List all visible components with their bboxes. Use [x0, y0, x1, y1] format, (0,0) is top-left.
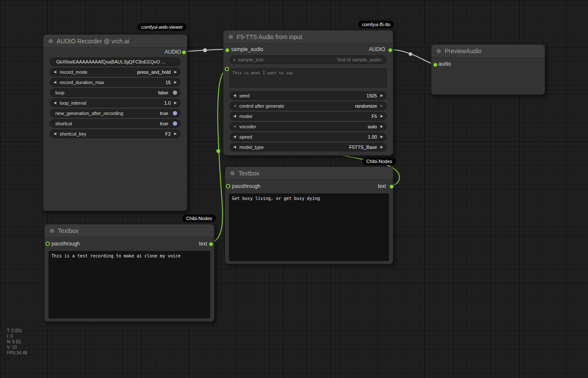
node-status-icon: [230, 171, 235, 175]
node-status-icon: [50, 229, 54, 233]
widget-value: Text of sample_audio: [337, 57, 381, 62]
widget-model-type[interactable]: ◀ model_type F5TTS_Base ▶: [229, 143, 387, 151]
increment-arrow-icon[interactable]: ▶: [380, 112, 384, 121]
input-label-sample-audio: sample_audio: [231, 46, 263, 52]
widget-record-mode[interactable]: ◀ record_mode press_and_hold ▶: [50, 68, 181, 76]
node-pack-badge: Chibi-Nodes: [362, 157, 396, 165]
node-textbox-mid[interactable]: Textbox passthrough text Get busy living…: [225, 166, 393, 264]
audio-output-socket[interactable]: [388, 48, 392, 52]
widget-value: 1925: [367, 93, 377, 98]
node-title-text: Textbox: [238, 170, 259, 177]
node-header[interactable]: Textbox: [45, 224, 214, 237]
increment-arrow-icon[interactable]: ▶: [173, 78, 178, 87]
increment-arrow-icon[interactable]: ▶: [173, 99, 178, 107]
output-label-text: text: [378, 183, 386, 189]
node-status-icon: [229, 35, 233, 39]
output-label-audio: AUDIO: [369, 46, 385, 52]
node-textbox-bottom[interactable]: Textbox passthrough text This is a test …: [44, 224, 214, 322]
increment-arrow-icon[interactable]: ▶: [380, 102, 384, 110]
decrement-arrow-icon[interactable]: ◀: [53, 78, 57, 87]
text-output-socket[interactable]: [389, 184, 394, 189]
output-label-audio: AUDIO: [165, 49, 181, 55]
widget-record-duration-max[interactable]: ◀ record_duration_max 15 ▶: [50, 78, 181, 87]
widget-value: true: [160, 111, 168, 116]
widget-base64-data[interactable]: GkXfowEAAAAAAAAfQoaBAUL3gQFC8oEEQvO ...: [50, 57, 181, 66]
widget-value: press_and_hold: [137, 70, 171, 75]
widget-loop-interval[interactable]: ◀ loop_interval 1.0 ▶: [50, 99, 181, 107]
textbox-text-area[interactable]: Get busy living, or get busy dying: [229, 194, 389, 261]
widget-loop-toggle[interactable]: loop false: [50, 88, 181, 97]
decrement-arrow-icon[interactable]: ◀: [53, 68, 57, 76]
toggle-on-icon[interactable]: [173, 121, 177, 126]
speech-text-area[interactable]: This is what I want to say: [229, 68, 387, 88]
node-header[interactable]: PreviewAudio: [431, 45, 545, 57]
text-output-socket[interactable]: [209, 242, 213, 246]
sample-audio-input-socket[interactable]: [225, 48, 229, 52]
widget-label: new_generation_after_recording: [55, 111, 123, 116]
sample-text-input-socket[interactable]: [225, 67, 229, 71]
node-pack-badge: comfyui-f5-tts: [358, 21, 394, 28]
stat-line: N: 5 [5]: [7, 339, 27, 345]
increment-arrow-icon[interactable]: ▶: [173, 68, 178, 76]
decrement-arrow-icon[interactable]: ◀: [232, 143, 237, 151]
toggle-on-icon[interactable]: [173, 111, 177, 115]
widget-model[interactable]: ◀ model F5 ▶: [229, 112, 387, 121]
node-preview-audio[interactable]: PreviewAudio audio: [431, 44, 545, 95]
decrement-arrow-icon[interactable]: ◀: [232, 91, 237, 100]
widget-label: record_duration_max: [60, 80, 104, 85]
widget-value: F5TTS_Base: [349, 145, 377, 150]
node-pack-badge: Chibi-Nodes: [182, 215, 216, 222]
decrement-arrow-icon[interactable]: ◀: [232, 112, 237, 121]
widget-shortcut-key[interactable]: ◀ shortcut_key F2 ▶: [50, 130, 181, 138]
stat-line: I: 0: [7, 333, 27, 339]
decrement-arrow-icon[interactable]: ◀: [53, 99, 57, 107]
widget-control-after-generate[interactable]: ◀ control after generate randomize ▶: [229, 102, 387, 110]
increment-arrow-icon[interactable]: ▶: [173, 130, 178, 138]
decrement-arrow-icon[interactable]: ◀: [53, 130, 57, 138]
widget-new-generation-toggle[interactable]: new_generation_after_recording true: [50, 109, 181, 118]
widget-label: model: [239, 114, 252, 119]
widget-sample-text[interactable]: sample_text Text of sample_audio: [229, 55, 387, 64]
node-f5tts[interactable]: F5-TTS Audio from input sample_audio AUD…: [223, 30, 393, 156]
widget-label: sample_text: [238, 57, 263, 62]
widget-value: auto: [368, 124, 377, 129]
increment-arrow-icon[interactable]: ▶: [380, 133, 384, 141]
widget-value: F2: [165, 131, 171, 136]
increment-arrow-icon[interactable]: ▶: [380, 143, 384, 151]
decrement-arrow-icon[interactable]: ◀: [232, 133, 237, 141]
input-label-audio: audio: [438, 61, 451, 67]
widget-seed[interactable]: ◀ seed 1925 ▶: [229, 91, 387, 100]
widget-label: control after generate: [239, 103, 284, 109]
widget-speed[interactable]: ◀ speed 1.00 ▶: [229, 133, 387, 141]
toggle-off-icon[interactable]: [173, 91, 177, 95]
decrement-arrow-icon[interactable]: ◀: [232, 122, 237, 131]
audio-input-socket[interactable]: [433, 63, 437, 67]
link-f5tts-audio-to-preview: [389, 49, 434, 64]
audio-output-socket[interactable]: [182, 50, 186, 54]
node-header[interactable]: Textbox: [225, 167, 393, 180]
node-header[interactable]: AUDIO Recorder @ vrch.ai: [43, 35, 187, 48]
node-header[interactable]: F5-TTS Audio from input: [223, 30, 393, 43]
widget-vocoder[interactable]: ◀ vocoder auto ▶: [229, 122, 387, 131]
decrement-arrow-icon[interactable]: ◀: [232, 102, 237, 110]
passthrough-input-socket[interactable]: [45, 242, 50, 246]
node-title-text: Textbox: [58, 227, 78, 234]
node-title-text: F5-TTS Audio from input: [237, 33, 302, 40]
widget-value: randomize: [355, 103, 377, 109]
widget-label: model_type: [239, 145, 264, 150]
increment-arrow-icon[interactable]: ▶: [380, 91, 384, 100]
node-status-icon: [48, 39, 53, 43]
stat-line: FPS:34.48: [7, 350, 27, 356]
widget-shortcut-toggle[interactable]: shortcut true: [50, 119, 181, 128]
textbox-text-area[interactable]: This is a test recording to make ai clon…: [48, 251, 210, 318]
widget-label: record_mode: [60, 70, 87, 75]
widget-label: loop: [55, 90, 64, 95]
graph-canvas[interactable]: AUDIO Recorder @ vrch.ai AUDIO GkXfowEAA…: [0, 0, 588, 378]
widget-value: false: [158, 90, 168, 95]
widget-label: shortcut_key: [60, 131, 86, 136]
input-label-passthrough: passthrough: [51, 241, 80, 247]
node-status-icon: [437, 49, 441, 53]
node-audio-recorder[interactable]: AUDIO Recorder @ vrch.ai AUDIO GkXfowEAA…: [43, 34, 187, 211]
increment-arrow-icon[interactable]: ▶: [380, 122, 384, 131]
passthrough-input-socket[interactable]: [226, 184, 230, 188]
